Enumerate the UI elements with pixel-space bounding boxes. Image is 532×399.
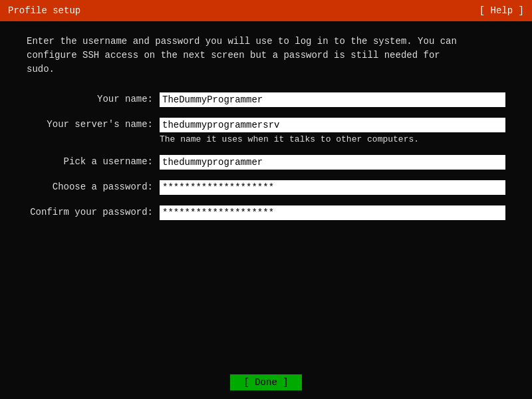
server-name-label: Your server's name:	[27, 118, 160, 130]
server-name-hint: The name it uses when it talks to other …	[160, 134, 505, 144]
server-name-input[interactable]	[160, 118, 505, 132]
confirm-password-input[interactable]	[160, 205, 505, 220]
password-row: Choose a password:	[27, 180, 505, 195]
password-input-group	[160, 180, 505, 195]
help-button[interactable]: [ Help ]	[479, 5, 524, 16]
description-text: Enter the username and password you will…	[27, 35, 505, 76]
username-row: Pick a username:	[27, 155, 505, 170]
your-name-input-group	[160, 92, 505, 107]
password-input[interactable]	[160, 180, 505, 195]
your-name-input[interactable]	[160, 92, 505, 107]
done-button[interactable]: [ Done ]	[230, 374, 301, 390]
page-title: Profile setup	[8, 5, 80, 16]
app: Profile setup [ Help ] Enter the usernam…	[0, 0, 532, 399]
password-label: Choose a password:	[27, 180, 160, 192]
server-name-row: Your server's name: The name it uses whe…	[27, 118, 505, 144]
your-name-row: Your name:	[27, 92, 505, 107]
your-name-label: Your name:	[27, 92, 160, 104]
confirm-password-row: Confirm your password:	[27, 205, 505, 220]
confirm-password-input-group	[160, 205, 505, 220]
confirm-password-label: Confirm your password:	[27, 205, 160, 217]
header-bar: Profile setup [ Help ]	[0, 0, 532, 21]
footer: [ Done ]	[0, 366, 532, 399]
username-input-group	[160, 155, 505, 170]
main-content: Enter the username and password you will…	[0, 21, 532, 366]
username-input[interactable]	[160, 155, 505, 170]
server-name-input-group: The name it uses when it talks to other …	[160, 118, 505, 144]
username-label: Pick a username:	[27, 155, 160, 167]
